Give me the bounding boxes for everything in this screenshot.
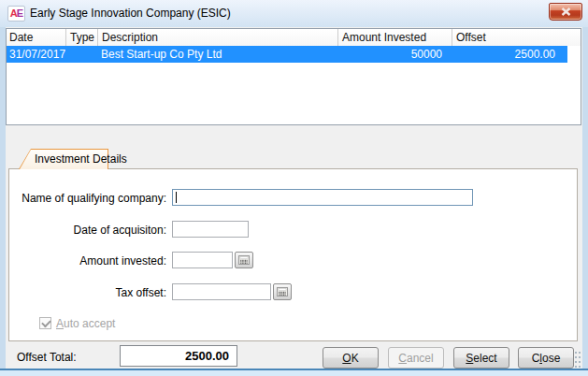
checkmark-icon: [41, 318, 51, 328]
cell-amount-invested: 50000: [337, 46, 452, 63]
window-close-button[interactable]: [549, 3, 582, 21]
amount-invested-input[interactable]: [172, 252, 233, 268]
auto-accept-label: Auto accept: [56, 317, 115, 330]
amount-invested-calc-button[interactable]: [235, 252, 253, 268]
app-icon-letter-a: A: [10, 7, 17, 19]
column-header-date[interactable]: Date: [7, 29, 65, 46]
tab-label: Investment Details: [35, 152, 127, 166]
table-header-row: Date Type Description Amount Invested Of…: [7, 29, 581, 46]
cell-type: [65, 46, 97, 63]
table-row-selected[interactable]: 31/07/2017 Best Start-up Co Pty Ltd 5000…: [7, 46, 567, 63]
name-of-qualifying-company-label: Name of qualifying company:: [19, 192, 166, 205]
window-frame-bottom: [0, 369, 588, 376]
column-header-amount-invested[interactable]: Amount Invested: [337, 29, 452, 46]
amount-invested-label: Amount invested:: [19, 254, 166, 268]
tab-investment-details[interactable]: Investment Details: [19, 149, 108, 169]
tax-offset-input[interactable]: [172, 283, 271, 300]
cell-description: Best Start-up Co Pty Ltd: [97, 46, 337, 63]
offset-total-label: Offset Total:: [17, 351, 77, 364]
column-header-offset[interactable]: Offset: [452, 29, 567, 46]
date-of-acquisition-input[interactable]: [172, 221, 249, 238]
auto-accept-checkbox[interactable]: [39, 317, 51, 329]
ok-button[interactable]: OK: [323, 347, 379, 369]
window-title: Early Stage Innovation Company (ESIC): [30, 7, 231, 20]
column-header-description[interactable]: Description: [97, 29, 337, 46]
tax-offset-calc-button[interactable]: [273, 283, 292, 300]
offset-total-value: 2500.00: [120, 345, 237, 367]
esic-dialog-window: AE Early Stage Innovation Company (ESIC)…: [0, 0, 588, 376]
column-header-type[interactable]: Type: [65, 29, 97, 46]
tax-offset-label: Tax offset:: [19, 286, 166, 299]
calculator-icon: [238, 255, 250, 265]
investments-table[interactable]: Date Type Description Amount Invested Of…: [6, 28, 581, 125]
titlebar[interactable]: AE Early Stage Innovation Company (ESIC): [0, 0, 588, 27]
select-button[interactable]: Select: [453, 347, 509, 369]
app-icon: AE: [7, 6, 25, 22]
date-of-acquisition-label: Date of acquisiton:: [19, 224, 166, 237]
text-caret: [176, 192, 177, 203]
name-of-qualifying-company-input[interactable]: [172, 189, 473, 206]
cell-date: 31/07/2017: [7, 46, 65, 63]
cancel-button[interactable]: Cancel: [388, 347, 444, 369]
app-icon-letter-e: E: [17, 7, 22, 19]
calculator-icon: [277, 287, 288, 296]
resize-grip[interactable]: [575, 352, 581, 368]
close-icon: [561, 7, 571, 16]
close-button[interactable]: Close: [518, 347, 574, 369]
cell-offset: 2500.00: [452, 46, 567, 63]
